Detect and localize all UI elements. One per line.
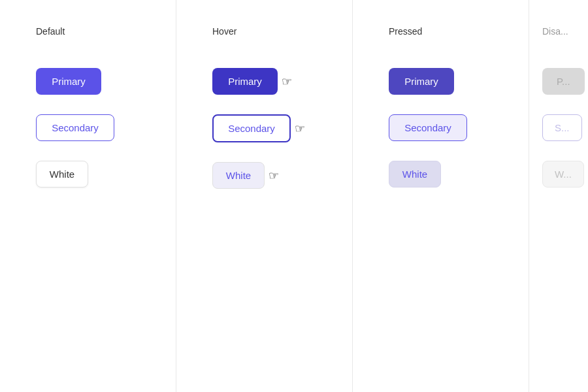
white-button-pressed[interactable]: White	[389, 161, 441, 188]
cursor-icon-secondary-hover: ☞	[295, 122, 305, 136]
white-btn-row-disabled: W...	[542, 161, 585, 188]
column-title-default: Default	[36, 26, 140, 37]
white-btn-row-default: White	[36, 161, 140, 188]
column-pressed: Pressed Primary Secondary White	[353, 0, 529, 392]
button-group-hover: Primary ☞ Secondary ☞ White ☞	[212, 68, 316, 189]
cursor-icon-white-hover: ☞	[269, 169, 279, 183]
white-button-hover[interactable]: White	[212, 162, 265, 189]
column-title-disabled: Disa...	[542, 26, 585, 37]
column-hover: Hover Primary ☞ Secondary ☞ White ☞	[176, 0, 353, 392]
cursor-icon-primary-hover: ☞	[282, 74, 292, 89]
secondary-btn-row-default: Secondary	[36, 114, 140, 141]
main-layout: Default Primary Secondary White Hover Pr…	[0, 0, 588, 392]
primary-button-pressed[interactable]: Primary	[389, 68, 454, 95]
secondary-btn-row-pressed: Secondary	[389, 114, 493, 141]
column-title-hover: Hover	[212, 26, 316, 37]
primary-btn-row-pressed: Primary	[389, 68, 493, 95]
white-btn-row-hover: White ☞	[212, 162, 316, 189]
white-btn-row-pressed: White	[389, 161, 493, 188]
secondary-button-default[interactable]: Secondary	[36, 114, 114, 141]
column-title-pressed: Pressed	[389, 26, 493, 37]
button-group-pressed: Primary Secondary White	[389, 68, 493, 188]
column-default: Default Primary Secondary White	[0, 0, 176, 392]
button-group-disabled: P... S... W...	[542, 68, 585, 188]
primary-btn-row-hover: Primary ☞	[212, 68, 316, 95]
white-button-default[interactable]: White	[36, 161, 88, 188]
column-disabled: Disa... P... S... W...	[529, 0, 588, 392]
button-group-default: Primary Secondary White	[36, 68, 140, 188]
secondary-button-hover[interactable]: Secondary	[212, 114, 291, 142]
white-button-disabled: W...	[542, 161, 584, 188]
primary-button-default[interactable]: Primary	[36, 68, 101, 95]
primary-button-hover[interactable]: Primary	[212, 68, 278, 95]
secondary-btn-row-hover: Secondary ☞	[212, 114, 316, 142]
primary-button-disabled: P...	[542, 68, 585, 95]
secondary-button-pressed[interactable]: Secondary	[389, 114, 467, 141]
primary-btn-row-disabled: P...	[542, 68, 585, 95]
secondary-btn-row-disabled: S...	[542, 114, 585, 141]
secondary-button-disabled: S...	[542, 114, 582, 141]
primary-btn-row-default: Primary	[36, 68, 140, 95]
